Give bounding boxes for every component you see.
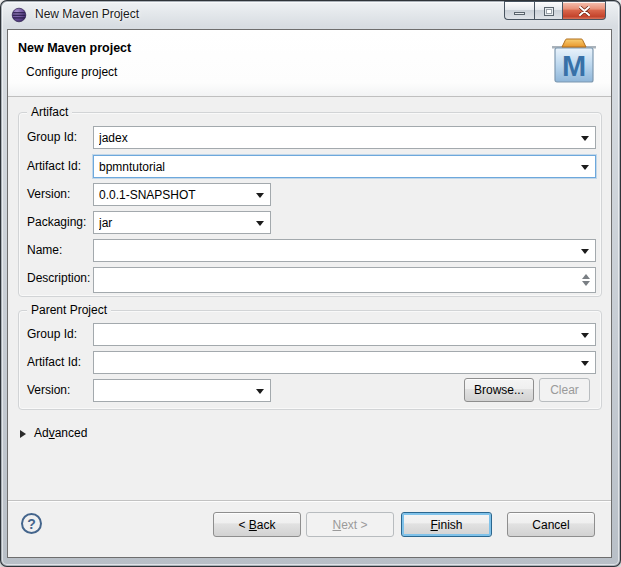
eclipse-logo-icon	[11, 7, 27, 23]
artifact-id-combo[interactable]	[93, 155, 596, 178]
close-icon	[579, 6, 590, 16]
dropdown-arrow-icon[interactable]	[256, 389, 264, 394]
parent-version-label: Version:	[27, 379, 70, 402]
advanced-expander[interactable]: Advanced	[20, 425, 87, 441]
description-input[interactable]	[94, 268, 577, 292]
wizard-header: New Maven project Configure project	[8, 30, 611, 97]
close-button[interactable]	[563, 1, 606, 20]
parent-group-id-combo[interactable]	[93, 323, 596, 346]
dropdown-arrow-icon[interactable]	[581, 333, 589, 338]
scroll-down-icon[interactable]	[582, 281, 590, 286]
version-input[interactable]	[94, 184, 252, 205]
parent-version-input[interactable]	[94, 380, 252, 401]
next-label-post: ext >	[341, 518, 367, 532]
version-combo[interactable]	[93, 183, 271, 206]
parent-artifact-id-combo[interactable]	[93, 351, 596, 374]
description-field[interactable]	[93, 267, 596, 293]
name-label: Name:	[27, 239, 62, 262]
finish-label-mnemonic: F	[430, 518, 437, 532]
caption-buttons	[504, 1, 606, 20]
finish-label-post: inish	[438, 518, 463, 532]
artifact-id-input[interactable]	[94, 156, 577, 177]
group-id-combo[interactable]	[93, 126, 596, 149]
help-icon: ?	[27, 516, 36, 532]
parent-group-id-label: Group Id:	[27, 323, 77, 346]
packaging-combo[interactable]	[93, 211, 271, 234]
group-id-input[interactable]	[94, 127, 577, 148]
footer-separator	[8, 500, 611, 501]
artifact-legend: Artifact	[27, 105, 72, 119]
artifact-id-label: Artifact Id:	[27, 155, 81, 178]
expander-collapsed-icon	[20, 430, 26, 438]
wizard-subtitle: Configure project	[26, 65, 117, 79]
packaging-label: Packaging:	[27, 211, 86, 234]
group-id-label: Group Id:	[27, 126, 77, 149]
back-label-post: ack	[257, 518, 276, 532]
advanced-label-pre: Ad	[34, 426, 49, 440]
clear-button[interactable]: Clear	[539, 378, 590, 402]
dropdown-arrow-icon[interactable]	[581, 361, 589, 366]
description-label: Description:	[27, 267, 90, 290]
scroll-up-icon[interactable]	[582, 274, 590, 279]
maven-icon-letter: M	[562, 50, 586, 82]
name-input[interactable]	[94, 240, 577, 261]
back-label: <	[238, 518, 248, 532]
version-label: Version:	[27, 183, 70, 206]
next-button[interactable]: Next >	[306, 512, 394, 537]
maximize-button[interactable]	[534, 1, 563, 20]
back-button[interactable]: < Back	[213, 512, 301, 537]
dropdown-arrow-icon[interactable]	[256, 193, 264, 198]
dialog-client-area: New Maven project Configure project	[7, 29, 612, 558]
packaging-input[interactable]	[94, 212, 252, 233]
maximize-icon	[544, 7, 554, 16]
minimize-button[interactable]	[504, 1, 534, 20]
dropdown-arrow-icon[interactable]	[581, 249, 589, 254]
advanced-label-post: anced	[55, 426, 88, 440]
help-button[interactable]: ?	[21, 513, 42, 534]
minimize-icon	[514, 12, 525, 15]
parent-project-group: Parent Project Group Id: Artifact Id: Ve…	[18, 310, 602, 410]
back-label-mnemonic: B	[249, 518, 257, 532]
new-maven-project-dialog: New Maven Project New Maven project Conf…	[0, 0, 621, 567]
titlebar[interactable]: New Maven Project	[0, 0, 621, 29]
parent-project-legend: Parent Project	[27, 303, 111, 317]
dropdown-arrow-icon[interactable]	[581, 136, 589, 141]
dropdown-arrow-icon[interactable]	[581, 165, 589, 170]
cancel-button[interactable]: Cancel	[507, 512, 595, 537]
parent-artifact-id-input[interactable]	[94, 352, 577, 373]
maven-wizard-icon: M	[549, 35, 599, 87]
parent-group-id-input[interactable]	[94, 324, 577, 345]
name-combo[interactable]	[93, 239, 596, 262]
browse-button[interactable]: Browse...	[464, 378, 534, 402]
artifact-group: Artifact Group Id: Artifact Id: Version:…	[18, 112, 602, 297]
window-title: New Maven Project	[35, 0, 139, 29]
parent-artifact-id-label: Artifact Id:	[27, 351, 81, 374]
finish-button[interactable]: Finish	[401, 512, 492, 537]
wizard-title: New Maven project	[18, 41, 131, 55]
dropdown-arrow-icon[interactable]	[256, 221, 264, 226]
parent-version-combo[interactable]	[93, 379, 271, 402]
next-label-mnemonic: N	[332, 518, 341, 532]
